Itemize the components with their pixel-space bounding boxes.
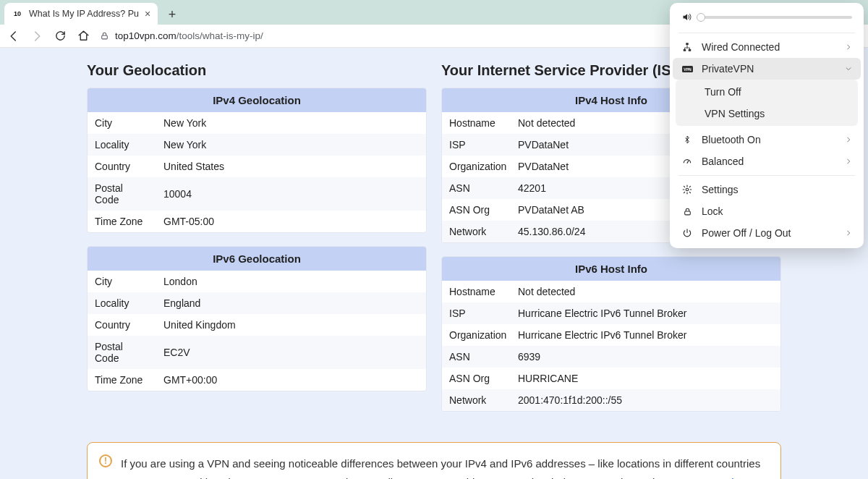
table-row: OrganizationHurricane Electric IPv6 Tunn… (442, 324, 780, 346)
menu-power-profile[interactable]: Balanced (673, 151, 861, 172)
gauge-icon (681, 156, 693, 166)
ipv4-geolocation-panel: IPv4 Geolocation CityNew YorkLocalityNew… (87, 88, 427, 233)
table-row: Postal Code10004 (88, 177, 426, 211)
menu-power-off[interactable]: Power Off / Log Out (673, 222, 861, 244)
row-key: ASN Org (442, 368, 511, 389)
row-key: Country (88, 156, 156, 177)
bluetooth-icon (681, 135, 693, 145)
table-row: Time ZoneGMT+00:00 (88, 369, 426, 391)
row-value: HURRICANE (511, 368, 780, 389)
table-row: HostnameNot detected (442, 281, 780, 302)
menu-wired[interactable]: Wired Connected (673, 36, 861, 58)
table-row: LocalityNew York (88, 134, 426, 156)
menu-label: Turn Off (705, 86, 848, 98)
row-key: Country (88, 314, 156, 336)
row-key: City (88, 112, 156, 134)
row-key: ASN (442, 177, 511, 199)
warning-icon: ! (99, 454, 112, 467)
svg-rect-0 (102, 35, 108, 39)
table-row: ASN6939 (442, 346, 780, 368)
table-row: ASN OrgHURRICANE (442, 368, 780, 389)
row-key: ISP (442, 134, 511, 156)
menu-label: Bluetooth On (702, 134, 836, 145)
row-key: ISP (442, 302, 511, 324)
vpn-icon: VPN (681, 65, 693, 73)
row-value: Hurricane Electric IPv6 Tunnel Broker (511, 324, 780, 346)
ipv6-host-panel: IPv6 Host Info HostnameNot detectedISPHu… (441, 256, 781, 412)
row-value: 6939 (511, 346, 780, 368)
network-wired-icon (681, 42, 693, 52)
menu-bluetooth[interactable]: Bluetooth On (673, 129, 861, 151)
row-key: ASN Org (442, 199, 511, 221)
table-row: CountryUnited Kingdom (88, 314, 426, 336)
row-key: Hostname (442, 112, 511, 134)
row-key: ASN (442, 346, 511, 368)
menu-lock[interactable]: Lock (673, 200, 861, 222)
row-key: Hostname (442, 281, 511, 302)
row-key: Network (442, 221, 511, 242)
ipv6-geolocation-panel: IPv6 Geolocation CityLondonLocalityEngla… (87, 246, 427, 391)
menu-label: VPN Settings (705, 108, 848, 119)
chevron-right-icon (845, 136, 852, 143)
svg-point-9 (686, 188, 689, 191)
new-tab-button[interactable]: + (162, 4, 182, 25)
table-row: LocalityEngland (88, 292, 426, 314)
menu-settings[interactable]: Settings (673, 179, 861, 200)
row-key: Organization (442, 324, 511, 346)
gear-icon (681, 185, 693, 195)
url-path: /tools/what-is-my-ip/ (176, 30, 263, 41)
row-value: United States (156, 156, 426, 177)
geolocation-column: Your Geolocation IPv4 Geolocation CityNe… (87, 62, 427, 425)
menu-label: Settings (702, 184, 852, 195)
row-key: Postal Code (88, 177, 156, 211)
back-button[interactable] (6, 28, 22, 44)
table-row: ISPHurricane Electric IPv6 Tunnel Broker (442, 302, 780, 324)
forward-button[interactable] (29, 28, 45, 44)
table-row: Postal CodeEC2V (88, 336, 426, 369)
menu-label: Power Off / Log Out (702, 227, 836, 239)
home-button[interactable] (75, 28, 91, 44)
lock-icon (681, 207, 693, 216)
chevron-right-icon (845, 43, 852, 51)
row-value: 2001:470:1f1d:200::/55 (511, 389, 780, 411)
vpn-submenu: Turn Off VPN Settings (676, 80, 858, 126)
browser-tab[interactable]: 10 What Is My IP Address? Pu × (4, 3, 158, 25)
row-value: EC2V (156, 342, 426, 363)
row-value: United Kingdom (156, 314, 426, 336)
panel-title: IPv6 Host Info (442, 257, 780, 281)
tab-close-button[interactable]: × (145, 9, 150, 19)
menu-vpn-settings[interactable]: VPN Settings (676, 103, 858, 124)
row-key: Organization (442, 156, 511, 177)
row-key: Postal Code (88, 336, 156, 369)
chevron-right-icon (845, 158, 852, 165)
heading-geolocation: Your Geolocation (87, 62, 427, 79)
menu-label: Balanced (702, 156, 836, 167)
svg-rect-10 (684, 211, 690, 214)
table-row: Network2001:470:1f1d:200::/55 (442, 389, 780, 411)
chevron-down-icon (845, 65, 852, 72)
menu-label: Lock (702, 205, 852, 217)
menu-vpn-turn-off[interactable]: Turn Off (676, 81, 858, 103)
row-value: GMT+00:00 (156, 369, 426, 391)
row-key: Locality (88, 292, 156, 314)
chevron-right-icon (845, 229, 852, 237)
table-row: CityNew York (88, 112, 426, 134)
row-value: 10004 (156, 183, 426, 205)
row-value: England (156, 292, 426, 314)
menu-vpn[interactable]: VPN PrivateVPN (673, 58, 861, 80)
lock-icon (100, 31, 109, 41)
browser-window: 10 What Is My IP Address? Pu × + top10vp… (0, 0, 868, 479)
favicon-icon: 10 (12, 8, 23, 20)
reload-button[interactable] (52, 28, 68, 44)
menu-label: Wired Connected (702, 41, 836, 53)
panel-title: IPv4 Geolocation (88, 88, 426, 112)
row-value: GMT-05:00 (156, 211, 426, 232)
volume-slider[interactable] (699, 16, 852, 19)
menu-label: PrivateVPN (702, 63, 836, 75)
row-value: Not detected (511, 281, 780, 302)
row-value: Hurricane Electric IPv6 Tunnel Broker (511, 302, 780, 324)
system-menu: Wired Connected VPN PrivateVPN Turn Off … (670, 3, 864, 248)
row-key: City (88, 271, 156, 292)
row-key: Time Zone (88, 211, 156, 232)
volume-icon (681, 12, 692, 22)
